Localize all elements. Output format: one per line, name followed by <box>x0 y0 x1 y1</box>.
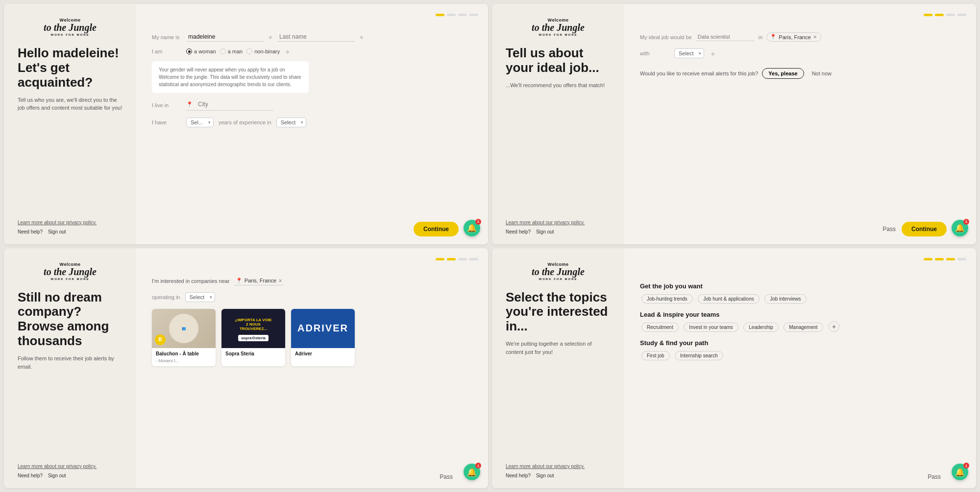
company-sub-sopra <box>221 358 285 361</box>
section1-title: Get the job you want <box>640 282 960 290</box>
panel2-subtext: ...We'll recommend you offers that match… <box>506 81 611 90</box>
panel-ideal-job: Welcome to the Jungle WORK FOR MORE Tell… <box>492 4 976 244</box>
with-row: with Select ◆ <box>640 48 960 58</box>
panel1-privacy: Learn more about our privacy policy. <box>18 220 122 225</box>
near-location-clear[interactable]: ✕ <box>278 278 282 283</box>
first-name-input[interactable] <box>186 32 264 42</box>
privacy-link-4[interactable]: Learn more about our privacy policy. <box>506 464 585 469</box>
panel3-right: I'm interested in companies near 📍 Paris… <box>136 248 488 489</box>
exp-years-select[interactable]: Sel... 0-2 3-5 5+ <box>186 117 214 127</box>
logo-tagline-2: WORK FOR MORE <box>539 33 578 36</box>
section3-tags: First job Internship search <box>640 350 960 362</box>
city-input[interactable] <box>196 100 273 109</box>
section1-tags: Job-hunting trends Job hunt & applicatio… <box>640 293 960 305</box>
dot3-4 <box>469 258 478 260</box>
operating-select[interactable]: Select <box>185 292 215 302</box>
near-location-value: Paris, France <box>245 278 276 283</box>
notif-bell-3[interactable]: 🔔 1 <box>464 464 480 480</box>
help-link-4[interactable]: Need help? <box>506 473 531 478</box>
notif-bell-1[interactable]: 🔔 1 <box>464 220 480 236</box>
gender-nonbinary[interactable]: non-binary <box>246 48 280 54</box>
logo-welcome-4: Welcome <box>548 262 569 267</box>
operating-select-wrap: Select <box>185 292 215 302</box>
gender-info-box: Your gender will never appear when you a… <box>152 61 309 93</box>
dot3-2 <box>447 258 456 260</box>
dot-3 <box>458 14 467 16</box>
company-card-baluchon[interactable]: B 👥 Baluchon - À table - Movers l... <box>152 309 216 366</box>
email-alert-label: Would you like to receive email alerts f… <box>640 70 758 76</box>
signout-link-2[interactable]: Sign out <box>536 229 554 234</box>
years-of-exp-label: years of experience in <box>219 119 271 125</box>
company-card-sopra[interactable]: ¿IMPORTA LA VOIE2 NOUSTROUVEREZ... sopra… <box>221 309 285 366</box>
section2-tags: Recruitment Invest in your teams Leaders… <box>640 321 960 333</box>
privacy-link-3[interactable]: Learn more about our privacy policy. <box>18 464 97 469</box>
radio-man[interactable] <box>220 48 226 54</box>
continue-button-2[interactable]: Continue <box>902 222 947 236</box>
city-label: I live in <box>152 102 181 108</box>
logo-tagline-4: WORK FOR MORE <box>539 278 578 281</box>
tag-recruitment[interactable]: Recruitment <box>641 323 679 332</box>
logo-jungle: to the Jungle <box>44 23 97 32</box>
tag-job-hunt-applications[interactable]: Job hunt & applications <box>698 294 759 304</box>
radio-nonbinary[interactable] <box>246 48 252 54</box>
pass-button-2[interactable]: Pass <box>882 226 896 233</box>
location-pin-icon: 📍 <box>770 34 777 40</box>
company-img-adriver: ADRIVER <box>291 309 355 348</box>
pass-button-4[interactable]: Pass <box>928 473 941 480</box>
with-label: with <box>640 50 669 56</box>
with-select[interactable]: Select <box>674 48 704 58</box>
location-value: Paris, France <box>779 34 810 40</box>
help-link-2[interactable]: Need help? <box>506 229 531 234</box>
tag-internship-search[interactable]: Internship search <box>675 351 723 360</box>
tag-leadership[interactable]: Leadership <box>743 323 778 332</box>
dot-2 <box>447 14 456 16</box>
progress-dots-2 <box>924 14 966 16</box>
company-cards: B 👥 Baluchon - À table - Movers l... ¿IM… <box>152 309 472 366</box>
tag-invest-teams[interactable]: Invest in your teams <box>684 323 738 332</box>
privacy-link[interactable]: Learn more about our privacy policy. <box>18 220 97 225</box>
tag-first-job[interactable]: First job <box>641 351 670 360</box>
notif-bell-4[interactable]: 🔔 1 <box>952 464 968 480</box>
panel1-left: Welcome to the Jungle WORK FOR MORE Hell… <box>4 4 136 244</box>
domain-select[interactable]: Select <box>276 117 306 127</box>
pass-button-3[interactable]: Pass <box>440 473 453 480</box>
not-now-button[interactable]: Not now <box>812 70 832 76</box>
operating-row: operating in Select <box>152 292 472 302</box>
tag-management[interactable]: Management <box>784 323 823 332</box>
continue-button-1[interactable]: Continue <box>414 222 459 236</box>
dot3-3 <box>458 258 467 260</box>
signout-link-4[interactable]: Sign out <box>536 473 554 478</box>
radio-woman[interactable] <box>186 48 192 54</box>
help-link-3[interactable]: Need help? <box>18 473 43 478</box>
company-name-adriver: Adriver <box>291 348 355 358</box>
more-tags-button[interactable]: + <box>829 321 839 332</box>
logo-tagline: WORK FOR MORE <box>51 33 90 36</box>
signout-link[interactable]: Sign out <box>48 229 66 234</box>
progress-dots-1 <box>436 14 478 16</box>
location-tag: 📍 Paris, France ✕ <box>766 32 821 42</box>
notif-bell-2[interactable]: 🔔 1 <box>952 220 968 236</box>
gender-man-label: a man <box>228 48 243 54</box>
yes-please-button[interactable]: Yes, please <box>762 68 804 79</box>
iam-label: I am <box>152 48 181 54</box>
ideal-job-input[interactable] <box>696 33 755 41</box>
last-name-input[interactable] <box>277 32 355 42</box>
privacy-link-2[interactable]: Learn more about our privacy policy. <box>506 220 585 225</box>
company-card-adriver[interactable]: ADRIVER Adriver <box>291 309 355 366</box>
near-location-tag: 📍 Paris, France ✕ <box>234 277 284 285</box>
section2-title: Lead & inspire your teams <box>640 311 960 318</box>
logo-panel1: Welcome to the Jungle WORK FOR MORE <box>18 18 122 36</box>
panel-topics: Welcome to the Jungle WORK FOR MORE Sele… <box>492 248 976 489</box>
ideal-job-row: My ideal job would be in 📍 Paris, France… <box>640 32 960 42</box>
dot3-1 <box>436 258 444 260</box>
signout-link-3[interactable]: Sign out <box>48 473 66 478</box>
panel-companies: Welcome to the Jungle WORK FOR MORE Stil… <box>4 248 488 489</box>
tag-job-interviews[interactable]: Job interviews <box>764 294 806 304</box>
logo-panel2: Welcome to the Jungle WORK FOR MORE <box>506 18 611 36</box>
location-clear-btn[interactable]: ✕ <box>813 34 817 40</box>
gender-woman[interactable]: a woman <box>186 48 216 54</box>
dot2-1 <box>924 14 932 16</box>
gender-man[interactable]: a man <box>220 48 243 54</box>
help-link[interactable]: Need help? <box>18 229 43 234</box>
tag-job-hunting[interactable]: Job-hunting trends <box>641 294 693 304</box>
